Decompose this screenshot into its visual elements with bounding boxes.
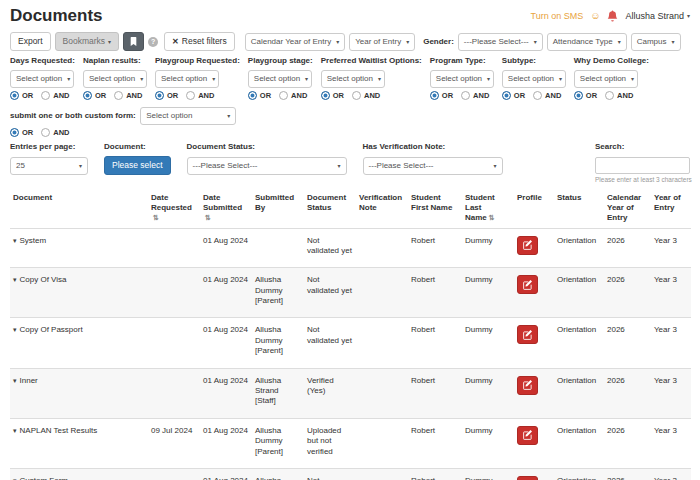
expand-row-icon[interactable]: ▾ (13, 326, 17, 333)
last-name-cell: Dummy (462, 268, 514, 318)
expand-row-icon[interactable]: ▾ (13, 237, 17, 244)
entries-per-page-select[interactable]: 25▾ (10, 157, 88, 175)
first-name-cell: Robert (408, 468, 462, 480)
column-header-verification-note[interactable]: Verification Note (356, 188, 408, 229)
filter-label: Playgroup stage: (248, 56, 313, 65)
column-header-date-submitted[interactable]: Date Submitted⇅ (200, 188, 252, 229)
verification-note-cell (356, 418, 408, 468)
expand-row-icon[interactable]: ▾ (13, 276, 17, 283)
column-header-year-of-entry[interactable]: Year of Entry (651, 188, 691, 229)
first-name-cell: Robert (408, 318, 462, 368)
and-radio[interactable]: AND (41, 91, 69, 100)
column-header-student-first-name[interactable]: Student First Name (408, 188, 462, 229)
campus-select[interactable]: Campus ▾ (631, 33, 681, 51)
bookmark-flag-button[interactable] (123, 32, 144, 51)
chevron-down-icon: ▾ (338, 163, 341, 169)
and-radio[interactable]: AND (352, 91, 380, 100)
attendance-type-value: Attendance Type (553, 38, 613, 46)
help-icon[interactable]: ? (148, 37, 158, 47)
or-label: OR (95, 91, 106, 100)
column-header-student-last-name[interactable]: Student Last Name⇅ (462, 188, 514, 229)
filter-select[interactable]: Select option▾ (430, 70, 494, 88)
or-radio[interactable]: OR (321, 91, 344, 100)
export-button[interactable]: Export (10, 32, 51, 51)
document-select-button[interactable]: Please select (104, 156, 171, 175)
and-radio[interactable]: AND (461, 91, 489, 100)
and-label: AND (545, 91, 561, 100)
bookmarks-button[interactable]: Bookmarks ▾ (55, 32, 120, 51)
profile-edit-button[interactable] (517, 236, 538, 255)
sort-icon[interactable]: ⇅ (489, 214, 495, 221)
last-name-cell: Dummy (462, 418, 514, 468)
calendar-year-of-entry-select[interactable]: Calendar Year of Entry ▾ (245, 33, 346, 51)
and-radio[interactable]: AND (605, 91, 633, 100)
and-radio[interactable]: AND (533, 91, 561, 100)
document-cell: ▾NAPLAN Test Results (10, 418, 148, 468)
column-header-calendar-year-of-entry[interactable]: Calendar Year of Entry (604, 188, 651, 229)
filter-select-value: Select option (508, 75, 554, 83)
bell-icon[interactable] (607, 10, 618, 22)
column-header-profile[interactable]: Profile (514, 188, 554, 229)
and-radio[interactable]: AND (114, 91, 142, 100)
verification-note-select[interactable]: ---Please Select---▾ (363, 157, 503, 175)
filter-group-naplan-results: Naplan results: Select option▾ OR AND (83, 56, 147, 100)
chevron-down-icon: ▾ (618, 39, 621, 45)
and-radio[interactable]: AND (279, 91, 307, 100)
gender-select[interactable]: ---Please Select--- ▾ (458, 33, 543, 51)
filter-select-value: Select option (16, 75, 62, 83)
and-label: AND (53, 91, 69, 100)
filter-select[interactable]: Select option▾ (248, 70, 312, 88)
profile-edit-button[interactable] (517, 275, 538, 294)
column-header-document-status[interactable]: Document Status (304, 188, 356, 229)
and-radio[interactable]: AND (186, 91, 214, 100)
table-row: ▾NAPLAN Test Results 09 Jul 2024 01 Aug … (10, 418, 691, 468)
filter-select-value: Select option (580, 75, 626, 83)
filter-select[interactable]: Select option▾ (10, 70, 74, 88)
filter-select-value: Select option (89, 75, 135, 83)
document-status-select[interactable]: ---Please Select---▾ (187, 157, 347, 175)
custom-form-label: submit one or both custom form: (10, 111, 136, 120)
profile-edit-button[interactable] (517, 476, 538, 480)
verification-note-cell (356, 368, 408, 418)
or-radio[interactable]: OR (10, 128, 33, 137)
or-radio[interactable]: OR (502, 91, 525, 100)
filter-select[interactable]: Select option▾ (321, 70, 385, 88)
calendar-year-cell: 2026 (604, 268, 651, 318)
or-radio[interactable]: OR (155, 91, 178, 100)
radio-unchecked (533, 91, 542, 100)
column-header-document[interactable]: Document (10, 188, 148, 229)
status-cell: Orientation (554, 228, 604, 268)
custom-form-select[interactable]: Select option▾ (140, 107, 236, 125)
reset-filters-button[interactable]: ✕ Reset filters (164, 32, 235, 51)
profile-edit-button[interactable] (517, 426, 538, 445)
turn-on-sms-link[interactable]: Turn on SMS (531, 11, 584, 21)
column-header-submitted-by[interactable]: Submitted By (252, 188, 304, 229)
sort-icon[interactable]: ⇅ (153, 214, 159, 221)
column-header-status[interactable]: Status (554, 188, 604, 229)
filter-select[interactable]: Select option▾ (83, 70, 147, 88)
profile-edit-button[interactable] (517, 325, 538, 344)
filter-select[interactable]: Select option▾ (155, 70, 219, 88)
chevron-down-icon: ▾ (559, 76, 562, 82)
filter-label: Program Type: (430, 56, 494, 65)
and-radio[interactable]: AND (41, 128, 69, 137)
or-radio[interactable]: OR (248, 91, 271, 100)
filter-group-subtype: Subtype: Select option▾ OR AND (502, 56, 566, 100)
or-radio[interactable]: OR (83, 91, 106, 100)
user-menu[interactable]: Allusha Strand ▾ (625, 11, 690, 21)
chevron-down-icon: ▾ (631, 76, 634, 82)
calendar-year-cell: 2026 (604, 368, 651, 418)
expand-row-icon[interactable]: ▾ (13, 427, 17, 434)
column-header-date-requested[interactable]: Date Requested⇅ (148, 188, 200, 229)
year-of-entry-select[interactable]: Year of Entry ▾ (349, 33, 415, 51)
attendance-type-select[interactable]: Attendance Type ▾ (547, 33, 627, 51)
search-input[interactable] (595, 157, 690, 174)
sort-icon[interactable]: ⇅ (205, 214, 211, 221)
or-radio[interactable]: OR (574, 91, 597, 100)
filter-select[interactable]: Select option▾ (574, 70, 638, 88)
expand-row-icon[interactable]: ▾ (13, 377, 17, 384)
or-radio[interactable]: OR (10, 91, 33, 100)
filter-select[interactable]: Select option▾ (502, 70, 566, 88)
or-radio[interactable]: OR (430, 91, 453, 100)
profile-edit-button[interactable] (517, 376, 538, 395)
